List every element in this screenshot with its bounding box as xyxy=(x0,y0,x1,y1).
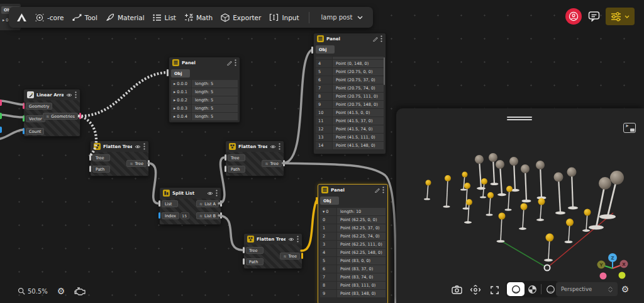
screenshot-camera-button[interactable] xyxy=(449,282,464,297)
shading-material-button[interactable] xyxy=(525,282,540,296)
row-key[interactable]: 0 xyxy=(320,216,336,224)
node-menu-kebab-icon[interactable] xyxy=(297,236,299,243)
row-key[interactable]: ▸ 0.0.4 xyxy=(171,113,191,120)
input-connector-tree[interactable] xyxy=(243,247,245,253)
filters-button-active[interactable] xyxy=(606,8,635,25)
engine-icon[interactable] xyxy=(74,286,86,296)
row-key[interactable]: 5 xyxy=(316,68,332,76)
edit-pencil-icon[interactable] xyxy=(226,60,232,66)
row-key[interactable]: 14 xyxy=(316,142,332,149)
row-key[interactable]: ▾ 0 xyxy=(320,208,336,215)
menu-item-input[interactable]: Input xyxy=(269,13,299,21)
visibility-eye-icon[interactable] xyxy=(270,144,276,149)
obj-input-tab[interactable]: Obj xyxy=(316,45,335,54)
visibility-eye-icon[interactable] xyxy=(66,93,72,98)
node-panel-top[interactable]: Panel Obj ▸ 0.0.0length: 5 ▸ 0.0.1length… xyxy=(169,57,240,123)
input-connector-list[interactable] xyxy=(158,200,160,207)
row-key[interactable]: 3 xyxy=(320,241,336,248)
row-key[interactable]: 5 xyxy=(320,257,336,265)
row-key[interactable]: 7 xyxy=(320,273,336,281)
row-key[interactable]: ▸ 0.0.1 xyxy=(171,88,191,96)
input-connector-count[interactable] xyxy=(23,128,25,134)
user-avatar[interactable] xyxy=(565,8,582,25)
visibility-eye-icon[interactable] xyxy=(135,144,141,149)
input-connector-path[interactable] xyxy=(243,258,245,265)
navigate-mode-button[interactable] xyxy=(468,282,483,297)
viewport-settings-button[interactable]: ⚙ xyxy=(618,282,633,297)
menu-item-exporter[interactable]: Exporter xyxy=(221,13,261,22)
input-connector-tree[interactable] xyxy=(89,154,91,161)
input-connector-path[interactable] xyxy=(89,166,91,172)
menu-item-tool[interactable]: Tool xyxy=(72,13,97,21)
menu-item-list[interactable]: List xyxy=(153,14,176,21)
input-connector-path[interactable] xyxy=(225,166,226,172)
node-menu-kebab-icon[interactable] xyxy=(216,190,218,197)
projection-select[interactable]: Perspective xyxy=(556,282,618,296)
viewport-drag-handle[interactable] xyxy=(507,117,532,122)
node-menu-kebab-icon[interactable] xyxy=(75,91,77,98)
offscreen-output-connector[interactable] xyxy=(0,100,2,106)
output-connector-tree[interactable] xyxy=(301,253,303,259)
node-split-list[interactable]: Split List List Index 15 ≋List A ≋List B xyxy=(159,187,221,225)
node-flatten-tree-1[interactable]: Flatten Tree Tree Path ≋Tree xyxy=(90,140,149,176)
menu-item-core[interactable]: -core xyxy=(35,13,64,22)
orientation-gizmo[interactable]: Z Y X xyxy=(592,251,632,283)
row-key[interactable]: ▸ 0.0.0 xyxy=(171,80,191,88)
node-panel-right[interactable]: Panel Obj 4Point (0, 148, 0) 5Point (20.… xyxy=(313,33,386,154)
shading-solid-button[interactable] xyxy=(507,282,525,296)
app-logo-icon[interactable] xyxy=(16,13,27,22)
zoom-level[interactable]: 50.5% xyxy=(18,287,48,295)
gizmo-neg-y-axis[interactable] xyxy=(619,272,626,279)
row-key[interactable]: 9 xyxy=(320,290,336,297)
row-key[interactable]: 8 xyxy=(320,282,336,289)
visibility-eye-icon[interactable] xyxy=(288,237,294,242)
offscreen-output-connector[interactable] xyxy=(0,127,2,133)
output-connector-list-b[interactable] xyxy=(220,212,222,219)
node-linear-array[interactable]: Linear Array Geometry Vector Count ≋Geom… xyxy=(23,89,80,137)
output-connector-list-a[interactable] xyxy=(220,200,222,207)
row-key[interactable]: 6 xyxy=(316,76,332,84)
node-menu-kebab-icon[interactable] xyxy=(279,143,280,150)
scrollbar[interactable] xyxy=(384,57,385,85)
row-key[interactable]: 11 xyxy=(316,117,332,125)
edit-pencil-icon[interactable] xyxy=(374,187,380,193)
fullscreen-button[interactable] xyxy=(487,282,502,297)
input-connector-tree[interactable] xyxy=(225,154,226,161)
menu-item-math[interactable]: Math xyxy=(184,13,213,21)
graph-name-dropdown[interactable]: lamp post xyxy=(319,14,366,21)
obj-input-tab[interactable]: Obj xyxy=(171,69,190,77)
output-connector-geometries[interactable] xyxy=(79,113,81,119)
offscreen-output-connector[interactable] xyxy=(0,113,2,119)
row-key[interactable]: 4 xyxy=(316,60,332,67)
input-connector-geometry[interactable] xyxy=(23,103,25,109)
node-menu-kebab-icon[interactable] xyxy=(143,143,145,150)
node-flatten-tree-3[interactable]: Flatten Tree Tree Path ≋Tree xyxy=(243,233,303,269)
row-key[interactable]: 6 xyxy=(320,265,336,273)
node-menu-kebab-icon[interactable] xyxy=(380,35,382,42)
input-connector-index[interactable] xyxy=(158,212,160,219)
input-connector-vector[interactable] xyxy=(23,115,25,122)
row-key[interactable]: 13 xyxy=(316,134,332,141)
row-key[interactable]: 2 xyxy=(320,232,336,240)
pip-toggle-button[interactable]: ➤ xyxy=(623,123,636,133)
chat-button[interactable] xyxy=(586,9,601,24)
row-key[interactable]: 10 xyxy=(316,109,332,117)
node-panel-bottom[interactable]: Panel Obj ▾ 0length: 10 0Point (62.25, 0… xyxy=(318,184,388,303)
gizmo-neg-x-axis[interactable] xyxy=(600,273,607,280)
row-key[interactable]: 1 xyxy=(320,224,336,232)
edit-pencil-icon[interactable] xyxy=(372,36,378,42)
obj-input-tab[interactable]: Obj xyxy=(320,197,339,205)
row-key[interactable]: ▸ 0.0.2 xyxy=(171,96,191,104)
row-key[interactable]: 7 xyxy=(316,84,332,92)
row-key[interactable]: 12 xyxy=(316,125,332,133)
node-menu-kebab-icon[interactable] xyxy=(235,59,236,66)
viewport-3d[interactable]: ➤ Z Y X Perspective xyxy=(396,108,644,303)
output-connector-tree[interactable] xyxy=(283,160,285,166)
settings-gear-icon[interactable]: ⚙ xyxy=(57,287,65,295)
menu-item-material[interactable]: Material xyxy=(106,13,145,21)
row-key[interactable]: 9 xyxy=(316,101,332,108)
row-key[interactable]: 4 xyxy=(320,249,336,256)
row-key[interactable]: ▸ 0.0.3 xyxy=(171,105,191,112)
visibility-eye-icon[interactable] xyxy=(207,191,213,196)
index-value-field[interactable]: 15 xyxy=(180,212,189,219)
